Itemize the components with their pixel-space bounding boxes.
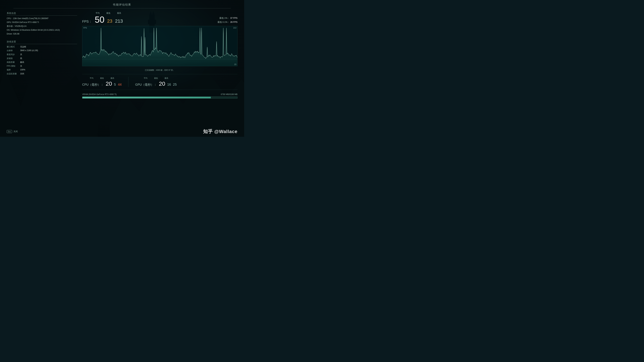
settings-key: 垂直同步 xyxy=(7,53,17,56)
gpu-avg-value: 20 xyxy=(159,80,165,87)
settings-key: 反锯齿 xyxy=(7,57,17,60)
footer: Esc 关闭 知乎 @Wallace xyxy=(0,126,244,137)
gpu-header-row: 平均 最低 最高 xyxy=(144,77,168,79)
system-info-title: 系统信息 xyxy=(7,12,77,15)
right-panel: 平均 最低 最高 FPS： 50 23 213 最低 1%： 37 FPS xyxy=(82,12,238,123)
fps-label: FPS： xyxy=(82,19,92,24)
fps-header-max: 最高 xyxy=(117,12,121,14)
settings-value: 关 xyxy=(20,53,77,56)
fps-low01pct: 最低 0.1%： 28 FPS xyxy=(218,20,238,24)
chart-y-max: 213 xyxy=(233,27,236,29)
metric-separator xyxy=(128,77,128,87)
driver-info: Driver: 535.98 xyxy=(7,32,77,35)
page-title: 性能评估结果 xyxy=(14,0,231,8)
system-info-section: 系统信息 CPU：13th Gen Intel(R) Core(TM) i5-1… xyxy=(7,12,77,36)
fps-header-avg: 平均 xyxy=(96,12,100,14)
gpu-header-max: 最高 xyxy=(164,77,168,79)
fps-stats-row: 平均 最低 最高 FPS： 50 23 213 最低 1%： 37 FPS xyxy=(82,12,238,24)
chart-y-min: 23 xyxy=(234,63,236,65)
gpu-info: GPU: NVIDIA GeForce RTX 4060 Ti xyxy=(7,21,77,24)
cpu-header-row: 平均 最低 最高 xyxy=(90,77,114,79)
settings-key: 窗口模式 xyxy=(7,45,17,48)
close-label: 关闭 xyxy=(14,130,18,133)
bottom-metrics: 平均 最低 最高 CPU（毫秒）： 20 5 44 平均 xyxy=(82,74,238,90)
settings-value: 无边框 xyxy=(20,45,77,48)
settings-value: 关 xyxy=(20,65,77,67)
settings-value: 3840 x 2160 (x1.00) xyxy=(20,49,77,52)
fps-chart-canvas xyxy=(82,26,237,66)
cpu-header-avg: 平均 xyxy=(90,77,94,79)
fps-chart-container: FPS 213 23 xyxy=(82,26,238,66)
gpu-min-value: 16 xyxy=(167,83,171,86)
fps-headers: 平均 最低 最高 xyxy=(96,12,121,14)
settings-key: 分辨率 xyxy=(7,49,17,52)
gpu-metric-group: 平均 最低 最高 GPU（毫秒）： 20 16 25 xyxy=(135,77,176,87)
settings-key: 自适应质量 xyxy=(7,72,17,75)
cpu-metric-label: CPU（毫秒）： xyxy=(82,83,104,87)
gpu-header-avg: 平均 xyxy=(144,77,148,79)
fps-avg-value: 50 xyxy=(95,15,104,24)
vram-label: VRAM (NVIDIA GeForce RTX 4060 Ti) xyxy=(82,93,116,95)
fps-max-value: 213 xyxy=(115,18,123,24)
cpu-min-value: 5 xyxy=(114,83,116,86)
left-panel: 系统信息 CPU：13th Gen Intel(R) Core(TM) i5-1… xyxy=(7,12,77,123)
fps-right-stats: 最低 1%： 37 FPS 最低 0.1%： 28 FPS xyxy=(218,16,238,24)
os-info: OS: Windows 10 Business Edition 64-bit (… xyxy=(7,28,77,31)
cpu-values-row: CPU（毫秒）： 20 5 44 xyxy=(82,80,122,87)
cpu-header-min: 最低 xyxy=(100,77,104,79)
gpu-values-row: GPU（毫秒）： 20 16 25 xyxy=(135,80,176,87)
fps-low1pct-value: 37 FPS xyxy=(230,17,238,19)
settings-table: 窗口模式无边框分辨率3840 x 2160 (x1.00)垂直同步关反锯齿高画面… xyxy=(7,45,77,75)
content-area: 系统信息 CPU：13th Gen Intel(R) Core(TM) i5-1… xyxy=(0,8,244,126)
cpu-max-value: 44 xyxy=(118,83,122,86)
vram-section: VRAM (NVIDIA GeForce RTX 4060 Ti) 6790 M… xyxy=(82,92,238,100)
game-settings-title: 游戏设置 xyxy=(7,40,77,44)
main-container: 性能评估结果 系统信息 CPU：13th Gen Intel(R) Core(T… xyxy=(0,0,244,137)
fps-low1pct-label: 最低 1%： xyxy=(219,17,230,19)
vram-bar-outer xyxy=(82,96,238,98)
vram-value: 6790 MB/8188 MB xyxy=(221,93,238,95)
render-info: 已渲染帧数：4305 帧，耗时 87 秒。 xyxy=(82,68,238,72)
gpu-header-min: 最低 xyxy=(154,77,158,79)
fps-header-min: 最低 xyxy=(106,12,110,14)
settings-value: 100% xyxy=(20,68,77,71)
esc-key[interactable]: Esc xyxy=(7,130,12,133)
gpu-max-value: 25 xyxy=(173,83,176,86)
gpu-metric-label: GPU（毫秒）： xyxy=(135,83,157,87)
cpu-info: CPU：13th Gen Intel(R) Core(TM) i5-13600K… xyxy=(7,17,77,20)
close-button[interactable]: Esc 关闭 xyxy=(7,130,18,133)
fps-main-row: FPS： 50 23 213 xyxy=(82,15,123,24)
settings-key: FPS 限制 xyxy=(7,65,17,67)
cpu-metric-group: 平均 最低 最高 CPU（毫秒）： 20 5 44 xyxy=(82,77,122,87)
settings-key: 画面质量 xyxy=(7,61,17,64)
settings-value: 极高 xyxy=(20,61,77,64)
watermark: 知乎 @Wallace xyxy=(203,128,238,135)
fps-label-block: 平均 最低 最高 FPS： 50 23 213 xyxy=(82,12,123,24)
settings-value: 关闭 xyxy=(20,72,77,75)
settings-value: 高 xyxy=(20,57,77,60)
display-info: 显示器：VG28UQL1A xyxy=(7,25,77,28)
fps-low01pct-value: 28 FPS xyxy=(230,21,238,23)
fps-low01pct-label: 最低 0.1%： xyxy=(218,21,230,23)
chart-fps-label: FPS xyxy=(83,27,87,29)
vram-bar-inner xyxy=(82,97,211,98)
cpu-header-max: 最高 xyxy=(110,77,114,79)
vram-header: VRAM (NVIDIA GeForce RTX 4060 Ti) 6790 M… xyxy=(82,93,238,95)
fps-low1pct: 最低 1%： 37 FPS xyxy=(218,16,238,20)
cpu-avg-value: 20 xyxy=(106,80,112,87)
game-settings-section: 游戏设置 窗口模式无边框分辨率3840 x 2160 (x1.00)垂直同步关反… xyxy=(7,40,77,75)
fps-min-value: 23 xyxy=(107,18,112,24)
settings-key: 视野 xyxy=(7,68,17,71)
